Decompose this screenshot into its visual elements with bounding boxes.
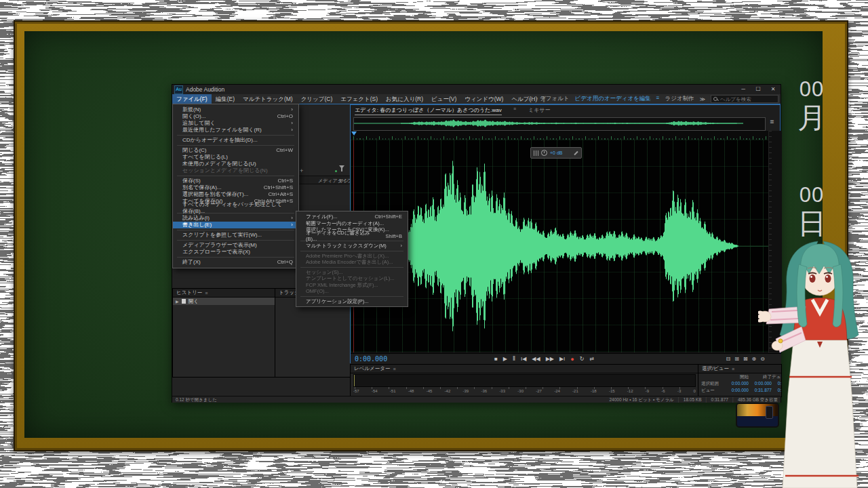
time-display: 0:00.000 [355,355,387,363]
panel-menu-icon[interactable]: ≡ [732,367,734,371]
minimize-button[interactable]: ─ [736,85,751,94]
time-selection-tool-icon[interactable]: ▫ [521,96,524,102]
workspace-item[interactable]: ビデオ用のオーディオを編集 [575,95,651,103]
zoom-in-button[interactable]: ⊕ [752,354,757,364]
editor-tab-menu-icon[interactable]: ≡ [513,106,516,111]
menubar-item[interactable]: ファイル(F) [172,94,212,104]
menu-item[interactable]: 未使用のメディアを閉じる(U) [173,161,298,167]
add-file-button[interactable]: + [300,167,303,174]
skip-selection-button[interactable]: ⇄ [589,354,594,364]
menu-item[interactable]: ファイル(F)...Ctrl+Shift+E [296,214,408,220]
volume-hud[interactable]: +0 dB [530,147,582,159]
title-bar[interactable]: Au Adobe Audition ─☐✕ [172,85,781,94]
meter-scale-label: -9 [646,389,649,393]
menu-item[interactable]: 読み込み(I)› [173,215,298,222]
record-button[interactable]: ● [570,354,574,364]
selection-view-title: 選択/ビュー [702,365,729,372]
menu-item[interactable]: スクリプトを参照して実行(W)... [173,232,298,239]
menu-item[interactable]: Adobe Media Encoderで書き出し(A)... [296,259,408,266]
history-panel: ヒストリー ≡ ▶開く [172,288,276,378]
level-meter-scale: -57-54-51-48-45-42-39-36-33-30-27-24-21-… [353,387,696,395]
editor-tab[interactable]: エディタ: 春のまつりっぽさ（ノーマル）あさつのうた.wav [355,106,502,115]
playhead-marker[interactable] [351,131,357,136]
menu-item[interactable]: 範囲マーカー内のオーディオ(A)... [296,220,408,227]
workspace-item[interactable]: ラジオ制作 [665,95,694,103]
menu-item[interactable]: 新規(N)› [173,106,298,113]
menu-item[interactable]: マルチトラックミックスダウン(M)› [296,243,408,249]
workspace-overflow-icon[interactable]: ≫ [700,96,705,102]
hud-db-value[interactable]: +0 dB [550,150,563,155]
overview-menu-icon[interactable]: ≣ [770,119,774,125]
mixer-tab[interactable]: ミキサー [528,106,551,114]
help-search-box[interactable] [711,95,778,103]
menu-item[interactable]: アプリケーション設定(P)... [296,298,408,305]
history-item[interactable]: ▶開く [173,298,275,305]
selection-value[interactable]: 0:00.000 [726,387,749,394]
menu-item[interactable]: オーディオをCDに書き込み(B)...Shift+B [296,233,408,240]
app-icon: Au [174,85,183,94]
menu-item[interactable]: エクスプローラーで表示(X) [173,249,298,256]
stop-button[interactable]: ■ [494,354,498,364]
menu-item[interactable]: 終了(X)Ctrl+Q [173,259,298,266]
zoom-reset-button[interactable]: ⊠ [743,354,748,364]
timeline-ruler[interactable] [351,131,768,140]
menu-item[interactable]: メディアブラウザーで表示(M) [173,242,298,249]
rewind-button[interactable]: ◀◀ [532,354,540,364]
razor-tool-icon[interactable]: / [536,96,538,102]
meter-scale-label: -15 [609,389,615,393]
hud-pin-icon[interactable] [574,150,578,155]
menu-item[interactable]: FCP XML Interchange 形式(F)... [296,282,408,289]
filter-icon[interactable] [339,169,344,176]
month-kanji: 月 [791,103,833,133]
maximize-button[interactable]: ☐ [751,85,766,94]
workspace-menu-icon[interactable]: ≡ [656,95,660,103]
menubar-item[interactable]: ウィンドウ(W) [460,94,507,104]
menubar-item[interactable]: クリップ(C) [297,94,337,104]
menu-item[interactable]: すべてのオーディオをバッチ処理として保存(B)... [173,205,298,211]
menu-item[interactable]: 保存(S)Ctrl+S [173,178,298,184]
menubar-item[interactable]: マルチトラック(M) [239,94,297,104]
pause-button[interactable]: Ⅱ [513,354,515,364]
fast-forward-button[interactable]: ▶▶ [546,354,554,364]
menubar-item[interactable]: 編集(E) [212,94,239,104]
menu-item[interactable]: 別名で保存(A)...Ctrl+Shift+S [173,184,298,191]
play-button[interactable]: ▶ [503,354,507,364]
menubar-item[interactable]: エフェクト(S) [336,94,382,104]
selection-value[interactable]: 0:00.000 [726,380,749,387]
zoom-out-full-button[interactable]: ⊟ [726,354,730,364]
day-kanji: 日 [791,209,833,239]
panel-menu-icon[interactable]: ≡ [205,291,208,296]
month-number: 00 [791,79,833,101]
menu-item[interactable]: 選択範囲を別名で保存(T)...Ctrl+Alt+S [173,191,298,198]
search-input[interactable] [720,96,776,102]
window-title: Adobe Audition [186,86,224,93]
waveform-display[interactable] [351,140,768,352]
menu-item[interactable]: 追加して開く› [173,120,298,127]
marquee-tool-icon[interactable]: ○ [528,96,532,102]
panel-menu-icon[interactable]: ≡ [393,367,395,371]
skip-to-start-button[interactable]: Ι◀ [521,354,526,364]
meter-scale-label: -48 [408,389,414,393]
menu-item[interactable]: 書き出し(E)› [173,222,298,228]
waveform-overview[interactable] [353,117,766,131]
zoom-in-full-button[interactable]: ⊞ [734,354,739,364]
loop-playback-button[interactable]: ↻ [580,354,585,364]
meter-scale-label: -18 [591,389,597,393]
menu-item[interactable]: 開く(O)...Ctrl+O [173,113,298,120]
meter-scale-label: -27 [536,389,542,393]
menubar-item[interactable]: お気に入り(R) [382,94,427,104]
menu-item[interactable]: セッションとメディアを閉じる(N) [173,167,298,174]
menu-item[interactable]: CDからオーディオを抽出(D)... [173,137,298,144]
menu-item[interactable]: すべてを閉じる(L) [173,154,298,161]
menu-item[interactable]: 最近使用したファイルを開く(R)› [173,127,298,134]
workspace-item[interactable]: デフォルト [540,95,570,103]
menu-item[interactable]: OMF(O)... [296,288,408,295]
close-button[interactable]: ✕ [766,85,781,94]
level-meter-panel: レベルメーター ≡ -57-54-51-48-45-42-39-36-33-30… [350,364,699,397]
menu-item[interactable]: セッション(S)... [296,269,408,276]
menu-item[interactable]: 閉じる(C)Ctrl+W [173,147,298,154]
menu-item[interactable]: テンプレートとしてのセッション(L)... [296,275,408,282]
skip-to-end-button[interactable]: ▶Ι [559,354,565,364]
menubar-item[interactable]: ビュー(V) [427,94,460,104]
menu-item[interactable]: Adobe Premiere Proへ書き出し(X)... [296,253,408,260]
